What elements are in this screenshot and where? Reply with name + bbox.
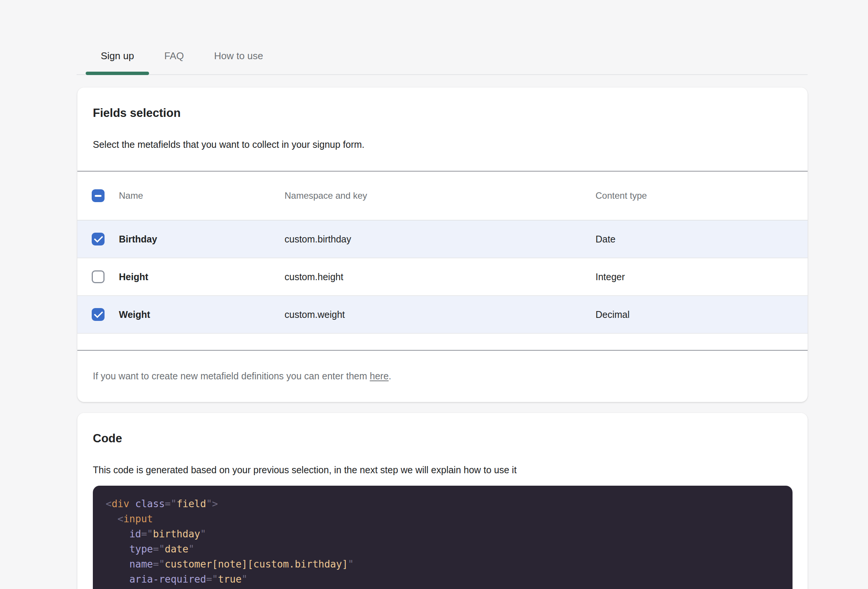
column-header-namespace: Namespace and key [285, 190, 367, 201]
code-card-description: This code is generated based on your pre… [93, 464, 792, 476]
footer-text: If you want to create new metafield defi… [93, 371, 391, 382]
row-content-type: Date [596, 234, 616, 244]
metafields-table: Name Namespace and key Content type Birt… [77, 172, 808, 350]
row-content-type: Integer [596, 271, 625, 282]
select-all-checkbox[interactable] [92, 189, 105, 202]
column-header-content-type: Content type [596, 190, 647, 201]
table-row-weight[interactable]: Weight custom.weight Decimal [77, 296, 808, 334]
row-namespace: custom.birthday [285, 234, 351, 244]
code-card-header: Code This code is generated based on you… [77, 413, 808, 476]
row-namespace: custom.weight [285, 309, 345, 320]
tab-how-to-use[interactable]: How to use [199, 41, 278, 74]
row-content-type: Decimal [596, 309, 629, 320]
row-checkbox-birthday[interactable] [92, 233, 105, 245]
here-link[interactable]: here [370, 371, 389, 381]
column-header-name: Name [119, 190, 143, 201]
fields-selection-description: Select the metafields that you want to c… [93, 139, 792, 150]
tab-sign-up[interactable]: Sign up [86, 41, 149, 74]
row-checkbox-height[interactable] [92, 270, 105, 283]
table-row-birthday[interactable]: Birthday custom.birthday Date [77, 221, 808, 258]
table-header-row: Name Namespace and key Content type [77, 172, 808, 221]
table-row-height[interactable]: Height custom.height Integer [77, 258, 808, 296]
code-card-title: Code [93, 432, 792, 445]
fields-selection-footer: If you want to create new metafield defi… [77, 351, 808, 402]
fields-selection-title: Fields selection [93, 106, 792, 120]
tab-bar: Sign up FAQ How to use [77, 41, 808, 75]
code-card: Code This code is generated based on you… [77, 413, 808, 589]
table-bottom-spacer [77, 334, 808, 350]
tab-faq[interactable]: FAQ [149, 41, 199, 74]
code-block: <div class="field"> <input id="birthday"… [93, 486, 793, 589]
row-name: Weight [119, 309, 150, 320]
row-name: Birthday [119, 234, 157, 245]
row-name: Height [119, 271, 148, 282]
row-namespace: custom.height [285, 271, 343, 282]
fields-selection-header: Fields selection Select the metafields t… [77, 87, 808, 150]
fields-selection-card: Fields selection Select the metafields t… [77, 87, 808, 402]
row-checkbox-weight[interactable] [92, 308, 105, 321]
